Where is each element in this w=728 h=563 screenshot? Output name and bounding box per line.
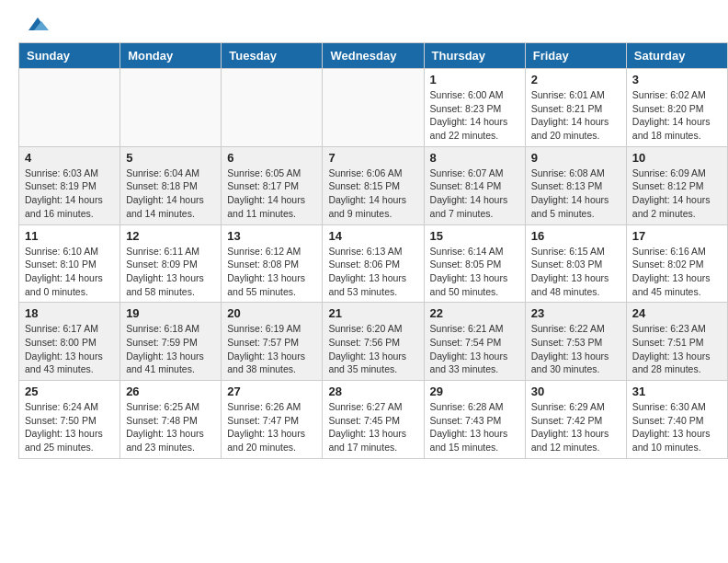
day-number: 13 <box>227 229 316 243</box>
day-info: Sunrise: 6:08 AM Sunset: 8:13 PM Dayligh… <box>531 167 620 221</box>
day-number: 5 <box>126 151 215 165</box>
calendar-cell: 24Sunrise: 6:23 AM Sunset: 7:51 PM Dayli… <box>626 303 727 381</box>
week-row: 18Sunrise: 6:17 AM Sunset: 8:00 PM Dayli… <box>19 303 728 381</box>
day-number: 19 <box>126 306 215 320</box>
day-info: Sunrise: 6:12 AM Sunset: 8:08 PM Dayligh… <box>227 245 316 299</box>
calendar-cell: 28Sunrise: 6:27 AM Sunset: 7:45 PM Dayli… <box>323 381 424 459</box>
day-number: 24 <box>632 306 722 320</box>
calendar-cell: 21Sunrise: 6:20 AM Sunset: 7:56 PM Dayli… <box>323 303 424 381</box>
calendar-day-header: Sunday <box>19 43 120 69</box>
calendar-cell: 6Sunrise: 6:05 AM Sunset: 8:17 PM Daylig… <box>222 146 323 224</box>
calendar-table: SundayMondayTuesdayWednesdayThursdayFrid… <box>18 42 728 459</box>
day-number: 29 <box>430 385 519 398</box>
calendar-cell: 25Sunrise: 6:24 AM Sunset: 7:50 PM Dayli… <box>19 381 120 459</box>
day-number: 18 <box>25 306 114 320</box>
calendar-cell: 10Sunrise: 6:09 AM Sunset: 8:12 PM Dayli… <box>626 146 727 224</box>
calendar-cell: 17Sunrise: 6:16 AM Sunset: 8:02 PM Dayli… <box>626 224 727 303</box>
day-number: 17 <box>632 229 722 243</box>
calendar-cell <box>222 69 323 147</box>
calendar-cell: 30Sunrise: 6:29 AM Sunset: 7:42 PM Dayli… <box>525 381 626 459</box>
calendar-wrapper: SundayMondayTuesdayWednesdayThursdayFrid… <box>0 42 728 468</box>
day-info: Sunrise: 6:19 AM Sunset: 7:57 PM Dayligh… <box>227 322 316 376</box>
day-info: Sunrise: 6:29 AM Sunset: 7:42 PM Dayligh… <box>531 400 620 454</box>
day-number: 31 <box>632 385 722 398</box>
day-info: Sunrise: 6:04 AM Sunset: 8:18 PM Dayligh… <box>126 167 215 221</box>
week-row: 1Sunrise: 6:00 AM Sunset: 8:23 PM Daylig… <box>19 69 728 147</box>
calendar-cell: 8Sunrise: 6:07 AM Sunset: 8:14 PM Daylig… <box>424 146 525 224</box>
calendar-cell: 15Sunrise: 6:14 AM Sunset: 8:05 PM Dayli… <box>424 224 525 303</box>
day-info: Sunrise: 6:18 AM Sunset: 7:59 PM Dayligh… <box>126 322 215 376</box>
calendar-cell: 1Sunrise: 6:00 AM Sunset: 8:23 PM Daylig… <box>424 69 525 147</box>
day-number: 12 <box>126 229 215 243</box>
day-info: Sunrise: 6:17 AM Sunset: 8:00 PM Dayligh… <box>25 322 114 376</box>
day-number: 8 <box>430 151 519 165</box>
calendar-day-header: Wednesday <box>323 43 424 69</box>
calendar-cell <box>120 69 222 147</box>
calendar-cell: 23Sunrise: 6:22 AM Sunset: 7:53 PM Dayli… <box>525 303 626 381</box>
calendar-day-header: Friday <box>525 43 626 69</box>
day-info: Sunrise: 6:15 AM Sunset: 8:03 PM Dayligh… <box>531 245 620 299</box>
day-info: Sunrise: 6:21 AM Sunset: 7:54 PM Dayligh… <box>430 322 519 376</box>
day-number: 27 <box>227 385 316 398</box>
day-number: 3 <box>632 73 722 86</box>
calendar-cell: 9Sunrise: 6:08 AM Sunset: 8:13 PM Daylig… <box>525 146 626 224</box>
day-info: Sunrise: 6:01 AM Sunset: 8:21 PM Dayligh… <box>531 88 620 143</box>
day-info: Sunrise: 6:20 AM Sunset: 7:56 PM Dayligh… <box>328 322 417 376</box>
calendar-cell: 5Sunrise: 6:04 AM Sunset: 8:18 PM Daylig… <box>120 146 222 224</box>
day-info: Sunrise: 6:06 AM Sunset: 8:15 PM Dayligh… <box>328 167 417 221</box>
calendar-day-header: Monday <box>120 43 222 69</box>
calendar-cell: 20Sunrise: 6:19 AM Sunset: 7:57 PM Dayli… <box>222 303 323 381</box>
calendar-cell <box>323 69 424 147</box>
day-number: 9 <box>531 151 620 165</box>
day-number: 22 <box>430 306 519 320</box>
day-number: 7 <box>328 151 417 165</box>
day-info: Sunrise: 6:27 AM Sunset: 7:45 PM Dayligh… <box>328 400 417 454</box>
day-number: 16 <box>531 229 620 243</box>
calendar-cell: 19Sunrise: 6:18 AM Sunset: 7:59 PM Dayli… <box>120 303 222 381</box>
day-info: Sunrise: 6:13 AM Sunset: 8:06 PM Dayligh… <box>328 245 417 299</box>
day-number: 23 <box>531 306 620 320</box>
day-number: 28 <box>328 385 417 398</box>
calendar-cell: 13Sunrise: 6:12 AM Sunset: 8:08 PM Dayli… <box>222 224 323 303</box>
day-info: Sunrise: 6:11 AM Sunset: 8:09 PM Dayligh… <box>126 245 215 299</box>
calendar-day-header: Saturday <box>626 43 727 69</box>
calendar-day-header: Tuesday <box>222 43 323 69</box>
calendar-cell: 18Sunrise: 6:17 AM Sunset: 8:00 PM Dayli… <box>19 303 120 381</box>
day-number: 25 <box>25 385 114 398</box>
calendar-cell: 7Sunrise: 6:06 AM Sunset: 8:15 PM Daylig… <box>323 146 424 224</box>
calendar-cell: 31Sunrise: 6:30 AM Sunset: 7:40 PM Dayli… <box>626 381 727 459</box>
week-row: 4Sunrise: 6:03 AM Sunset: 8:19 PM Daylig… <box>19 146 728 224</box>
day-info: Sunrise: 6:05 AM Sunset: 8:17 PM Dayligh… <box>227 167 316 221</box>
day-info: Sunrise: 6:10 AM Sunset: 8:10 PM Dayligh… <box>25 245 114 299</box>
calendar-cell: 26Sunrise: 6:25 AM Sunset: 7:48 PM Dayli… <box>120 381 222 459</box>
day-number: 10 <box>632 151 722 165</box>
day-number: 6 <box>227 151 316 165</box>
day-number: 15 <box>430 229 519 243</box>
day-number: 4 <box>25 151 114 165</box>
week-row: 25Sunrise: 6:24 AM Sunset: 7:50 PM Dayli… <box>19 381 728 459</box>
day-info: Sunrise: 6:14 AM Sunset: 8:05 PM Dayligh… <box>430 245 519 299</box>
day-info: Sunrise: 6:25 AM Sunset: 7:48 PM Dayligh… <box>126 400 215 454</box>
day-info: Sunrise: 6:02 AM Sunset: 8:20 PM Dayligh… <box>632 88 722 143</box>
day-info: Sunrise: 6:16 AM Sunset: 8:02 PM Dayligh… <box>632 245 722 299</box>
calendar-cell: 12Sunrise: 6:11 AM Sunset: 8:09 PM Dayli… <box>120 224 222 303</box>
logo <box>18 14 49 38</box>
calendar-cell: 14Sunrise: 6:13 AM Sunset: 8:06 PM Dayli… <box>323 224 424 303</box>
calendar-header-row: SundayMondayTuesdayWednesdayThursdayFrid… <box>19 43 728 69</box>
day-info: Sunrise: 6:24 AM Sunset: 7:50 PM Dayligh… <box>25 400 114 454</box>
day-number: 2 <box>531 73 620 86</box>
calendar-cell: 3Sunrise: 6:02 AM Sunset: 8:20 PM Daylig… <box>626 69 727 147</box>
calendar-day-header: Thursday <box>424 43 525 69</box>
day-info: Sunrise: 6:00 AM Sunset: 8:23 PM Dayligh… <box>430 88 519 143</box>
day-number: 20 <box>227 306 316 320</box>
calendar-cell: 27Sunrise: 6:26 AM Sunset: 7:47 PM Dayli… <box>222 381 323 459</box>
calendar-cell: 11Sunrise: 6:10 AM Sunset: 8:10 PM Dayli… <box>19 224 120 303</box>
week-row: 11Sunrise: 6:10 AM Sunset: 8:10 PM Dayli… <box>19 224 728 303</box>
page-header <box>0 0 728 42</box>
day-info: Sunrise: 6:03 AM Sunset: 8:19 PM Dayligh… <box>25 167 114 221</box>
day-info: Sunrise: 6:09 AM Sunset: 8:12 PM Dayligh… <box>632 167 722 221</box>
day-number: 30 <box>531 385 620 398</box>
day-number: 21 <box>328 306 417 320</box>
logo-icon <box>21 10 49 38</box>
calendar-cell: 2Sunrise: 6:01 AM Sunset: 8:21 PM Daylig… <box>525 69 626 147</box>
